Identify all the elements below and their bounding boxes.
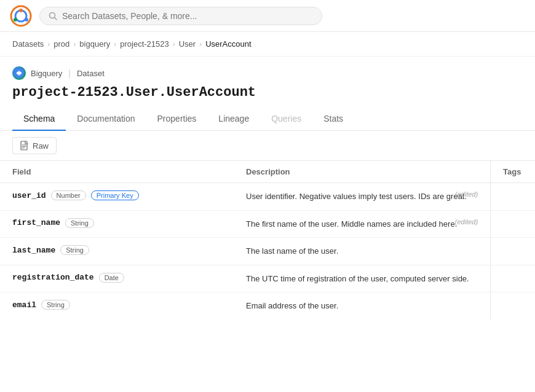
field-type-badge: String — [65, 218, 94, 228]
field-type-badge: Date — [99, 273, 124, 283]
description-cell-first_name: (edited) The first name of the user. Mid… — [234, 210, 491, 238]
search-input[interactable] — [62, 11, 313, 21]
file-icon — [20, 141, 29, 151]
raw-button[interactable]: Raw — [12, 137, 57, 154]
breadcrumb-sep-5: › — [199, 40, 202, 49]
schema-table: Field Description Tags user_id Number Pr… — [0, 161, 535, 319]
tags-cell-registration_date — [491, 265, 535, 292]
tags-cell-last_name — [491, 238, 535, 265]
field-name: email — [12, 300, 36, 310]
page-header: Bigquery | Dataset project-21523.User.Us… — [0, 57, 535, 100]
svg-point-2 — [19, 9, 23, 12]
description-cell-email: Email address of the user. — [234, 292, 491, 319]
col-header-tags: Tags — [491, 161, 535, 183]
search-bar[interactable] — [39, 7, 322, 25]
edited-label: (edited) — [455, 190, 478, 198]
raw-label: Raw — [33, 141, 49, 151]
source-badges: Bigquery | Dataset — [12, 66, 523, 80]
description-text: User identifier. Negative values imply t… — [246, 192, 467, 201]
breadcrumb: Datasets › prod › bigquery › project-215… — [0, 32, 535, 57]
tags-cell-email — [491, 292, 535, 319]
page-title: project-21523.User.UserAccount — [12, 85, 523, 100]
tab-schema[interactable]: Schema — [12, 108, 66, 131]
svg-rect-10 — [21, 141, 27, 150]
svg-rect-9 — [18, 71, 20, 76]
field-name: last_name — [12, 246, 55, 255]
table-row: registration_date Date The UTC time of r… — [0, 265, 535, 292]
description-cell-last_name: The last name of the user. — [234, 238, 491, 265]
table-row: user_id Number Primary Key (edited) User… — [0, 183, 535, 211]
svg-line-6 — [55, 17, 57, 20]
breadcrumb-sep-4: › — [173, 40, 175, 49]
primary-key-badge: Primary Key — [91, 190, 139, 200]
breadcrumb-user[interactable]: User — [179, 39, 196, 49]
field-cell-email: email String — [0, 292, 234, 319]
breadcrumb-sep-3: › — [114, 40, 116, 49]
top-nav — [0, 0, 535, 32]
table-row: first_name String (edited) The first nam… — [0, 210, 535, 238]
edited-label: (edited) — [455, 218, 478, 225]
field-cell-last_name: last_name String — [0, 238, 234, 265]
field-type-badge: Number — [51, 190, 86, 200]
field-type-badge: String — [60, 245, 89, 255]
field-cell-first_name: first_name String — [0, 210, 234, 238]
source-type: Dataset — [77, 69, 105, 78]
tab-properties[interactable]: Properties — [146, 108, 208, 131]
breadcrumb-sep-1: › — [47, 40, 50, 49]
table-row: email String Email address of the user. — [0, 292, 535, 319]
tab-documentation[interactable]: Documentation — [66, 108, 146, 131]
breadcrumb-useraccount: UserAccount — [205, 39, 251, 49]
description-cell-user_id: (edited) User identifier. Negative value… — [234, 183, 491, 211]
col-header-field: Field — [0, 161, 234, 183]
badge-divider: | — [68, 68, 71, 78]
bigquery-icon — [12, 66, 26, 80]
tab-stats[interactable]: Stats — [312, 108, 354, 131]
description-text: The UTC time of registration of the user… — [246, 274, 469, 283]
breadcrumb-datasets[interactable]: Datasets — [12, 39, 44, 49]
description-text: The first name of the user. Middle names… — [246, 219, 457, 229]
field-name: first_name — [12, 218, 60, 227]
description-text: The last name of the user. — [246, 246, 338, 256]
description-cell-registration_date: The UTC time of registration of the user… — [234, 265, 491, 292]
field-cell-user_id: user_id Number Primary Key — [0, 183, 234, 211]
breadcrumb-bigquery[interactable]: bigquery — [79, 39, 110, 49]
breadcrumb-project[interactable]: project-21523 — [120, 39, 169, 49]
field-cell-registration_date: registration_date Date — [0, 265, 234, 292]
search-icon — [49, 12, 57, 20]
table-row: last_name String The last name of the us… — [0, 238, 535, 265]
tab-queries: Queries — [260, 108, 312, 131]
breadcrumb-sep-2: › — [73, 40, 76, 49]
field-name: user_id — [12, 191, 46, 200]
svg-point-4 — [14, 18, 17, 22]
tabs: Schema Documentation Properties Lineage … — [0, 108, 535, 131]
field-type-badge: String — [41, 300, 70, 310]
field-name: registration_date — [12, 273, 94, 282]
description-text: Email address of the user. — [246, 301, 338, 310]
toolbar: Raw — [0, 131, 535, 161]
tags-cell-user_id — [491, 183, 535, 211]
tab-lineage[interactable]: Lineage — [207, 108, 260, 131]
svg-point-3 — [25, 18, 28, 22]
tags-cell-first_name — [491, 210, 535, 238]
breadcrumb-prod[interactable]: prod — [54, 39, 69, 49]
col-header-description: Description — [234, 161, 491, 183]
logo[interactable] — [10, 5, 32, 27]
source-name: Bigquery — [31, 69, 62, 78]
